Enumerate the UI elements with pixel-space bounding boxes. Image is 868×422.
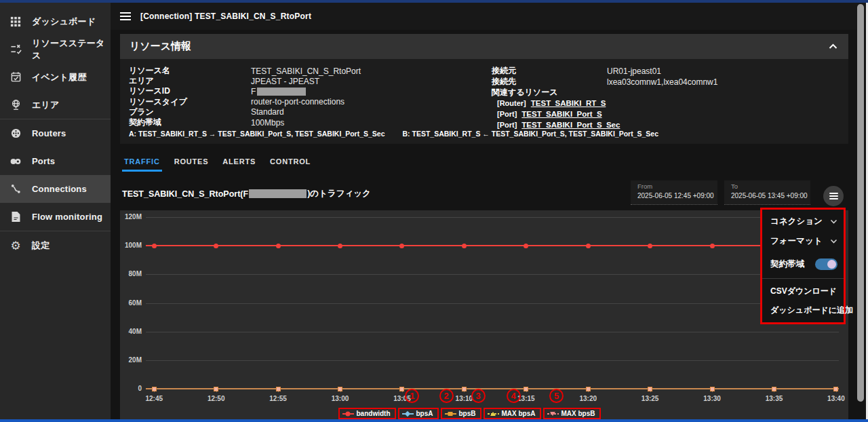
to-datetime-field[interactable]: To 2025-06-05 13:45 +09:00 (724, 180, 810, 205)
field-label: 接続先 (492, 76, 607, 88)
menu-item-add-to-dashboard[interactable]: ダッシュボードに追加 (770, 305, 853, 316)
menu-item-format[interactable]: フォーマット (770, 236, 837, 246)
panel-title: リソース情報 (130, 40, 191, 53)
x-tick-label: 12:50 (208, 395, 225, 402)
x-tick-label: 13:25 (642, 395, 659, 402)
x-tick-label: 12:45 (145, 395, 163, 402)
chart-legend: bandwidthbpsAbpsBMAX bpsAMAX bpsB (105, 408, 833, 419)
field-value: F (251, 86, 361, 96)
sidebar-item-ports[interactable]: Ports (0, 147, 111, 175)
data-point (399, 244, 404, 248)
sidebar-item-label: リソースステータス (32, 37, 111, 62)
sidebar-item-area[interactable]: エリア (0, 91, 111, 119)
from-label: From (637, 183, 652, 190)
tab-routes[interactable]: ROUTES (172, 153, 211, 172)
tab-bar: TRAFFIC ROUTES ALERTS CONTROL (120, 153, 313, 172)
x-tick-label: 13:10 (456, 395, 473, 402)
top-edge-strip (0, 0, 868, 3)
router-icon (9, 128, 22, 140)
menu-divider (762, 278, 844, 279)
chart-menu-button[interactable] (823, 186, 844, 206)
legend-item-bpsa[interactable]: bpsA (398, 408, 439, 419)
to-value: 2025-06-05 13:45 +09:00 (731, 192, 808, 199)
document-icon (9, 211, 22, 223)
sidebar-item-label: Connections (32, 184, 87, 194)
from-value: 2025-06-05 12:45 +09:00 (637, 192, 714, 199)
bandwidth-toggle[interactable] (815, 258, 837, 270)
legend-marker (547, 410, 559, 417)
field-value: router-to-port-connections (251, 97, 361, 107)
tab-alerts[interactable]: ALERTS (220, 153, 258, 172)
x-tick-label: 13:00 (332, 395, 349, 402)
chart-title-prefix: TEST_SABIKI_CN_S_RtoPort(F (122, 189, 248, 199)
series-line-bpsb (146, 388, 839, 389)
field-value: Standard (251, 107, 361, 117)
legend-item-max-bpsb[interactable]: MAX bpsB (543, 408, 601, 419)
data-point (338, 244, 342, 248)
field-labels: リソース名 エリア リソースID リソースタイプ プラン 契約帯域 (129, 66, 187, 128)
tab-traffic[interactable]: TRAFFIC (122, 153, 162, 172)
connection-icon (9, 183, 22, 195)
resource-type-tag: [Port] (497, 121, 517, 129)
sidebar-item-event-history[interactable]: イベント履歴 (0, 63, 111, 91)
y-tick-label: 80M (129, 271, 142, 277)
sidebar-item-flow-monitoring[interactable]: Flow monitoring (0, 203, 111, 231)
from-datetime-field[interactable]: From 2025-06-05 12:45 +09:00 (631, 180, 717, 205)
field-value: 100Mbps (251, 117, 361, 128)
tab-control[interactable]: CONTROL (268, 153, 313, 172)
field-value: TEST_SABIKI_CN_S_RtoPort (251, 66, 361, 76)
y-tick-label: 60M (129, 300, 142, 307)
menu-item-connection[interactable]: コネクション (770, 216, 837, 227)
gridline (146, 360, 839, 361)
legend-item-bpsb[interactable]: bpsB (441, 408, 481, 419)
sidebar-item-connections[interactable]: Connections (0, 175, 111, 203)
hamburger-menu-icon[interactable] (120, 12, 131, 20)
sidebar-item-label: Flow monitoring (32, 212, 102, 222)
related-resource-row: [Router]TEST_SABIKI_RT_S (492, 98, 837, 109)
data-point (710, 387, 715, 391)
topbar: [Connection] TEST_SABIKI_CN_S_RtoPort (111, 3, 868, 30)
sidebar-item-label: Ports (32, 156, 55, 166)
sidebar: ダッシュボード リソースステータス イベント履歴 エリア Routers Por… (0, 3, 111, 422)
data-point (462, 387, 467, 391)
legend-item-bandwidth[interactable]: bandwidth (338, 408, 396, 419)
grid-icon (9, 16, 22, 28)
collapse-button[interactable] (829, 43, 837, 50)
related-resource-link[interactable]: TEST_SABIKI_Port_S_Sec (521, 121, 620, 129)
legend-label: bandwidth (357, 410, 391, 417)
data-point (524, 244, 528, 248)
x-tick-label: 12:55 (269, 395, 287, 402)
legend-marker (488, 410, 499, 417)
to-label: To (731, 183, 738, 190)
sidebar-item-routers[interactable]: Routers (0, 119, 111, 147)
gridline (146, 303, 839, 304)
sidebar-item-dashboard[interactable]: ダッシュボード (0, 7, 111, 35)
resource-info-header: リソース情報 (120, 34, 848, 59)
annotation-circle: 5 (549, 389, 564, 403)
resource-type-tag: [Port] (497, 110, 517, 118)
related-resource-link[interactable]: TEST_SABIKI_Port_S (521, 110, 601, 118)
chevron-down-icon (830, 239, 837, 244)
field-label: 接続元 (492, 65, 607, 77)
data-point (276, 244, 281, 248)
path-summary: A: TEST_SABIKI_RT_S → TEST_SABIKI_Port_S… (129, 130, 658, 138)
y-tick-label: 40M (129, 328, 142, 335)
data-point (648, 244, 652, 248)
menu-item-csv-download[interactable]: CSVダウンロード (770, 286, 837, 297)
scrollbar-thumb[interactable] (857, 4, 864, 402)
legend-item-max-bpsa[interactable]: MAX bpsA (484, 408, 541, 419)
chevron-up-icon (829, 43, 837, 50)
data-point (586, 387, 591, 391)
calendar-check-icon (9, 71, 22, 83)
plot-area (146, 217, 839, 389)
field-value: lxea03comnw1,lxea04comnw1 (607, 77, 717, 87)
field-label: 契約帯域 (129, 117, 187, 128)
field-value: UR01-jpeast01 (607, 66, 661, 76)
resource-info-panel: リソース情報 リソース名 エリア リソースID リソースタイプ プラン 契約帯域… (120, 34, 848, 144)
legend-label: bpsB (459, 410, 476, 417)
related-resource-link[interactable]: TEST_SABIKI_RT_S (531, 99, 606, 107)
sidebar-item-settings[interactable]: ⚙ 設定 (0, 231, 111, 259)
page-title: [Connection] TEST_SABIKI_CN_S_RtoPort (140, 12, 311, 21)
annotation-circle: 3 (471, 389, 486, 403)
sidebar-item-resource-status[interactable]: リソースステータス (0, 35, 111, 63)
